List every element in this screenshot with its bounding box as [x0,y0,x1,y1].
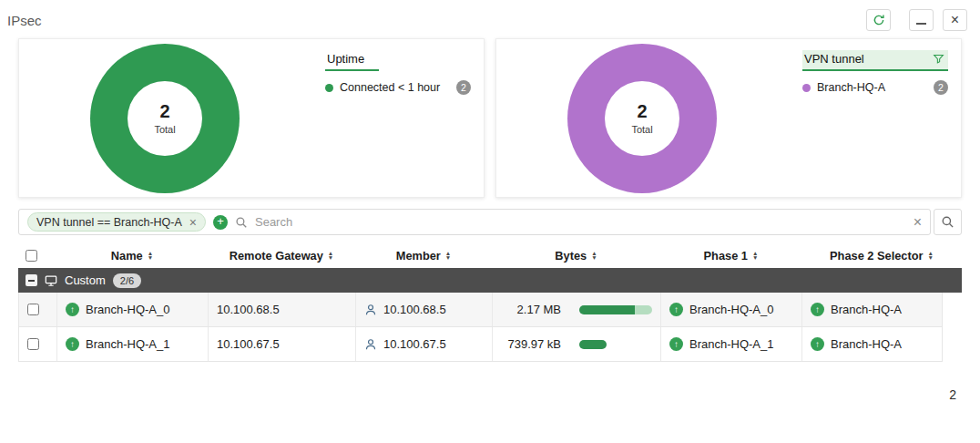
sort-icon: ▲▼ [591,251,597,261]
group-row-custom[interactable]: Custom 2/6 [18,268,962,293]
uptime-total-label: Total [154,124,175,135]
vpn-tunnel-donut-center: 2 Total [605,81,679,156]
member-cell: 10.100.67.5 [356,327,493,361]
uptime-donut: 2 Total [90,44,240,193]
vpn-tunnel-legend-title: VPN tunnel [802,50,948,71]
legend-count-badge: 2 [934,80,948,95]
refresh-icon [873,14,885,26]
search-icon [941,215,954,229]
table-body: ↑ Branch-HQ-A_0 10.100.68.5 10.100.68.5 … [18,293,943,362]
vpn-tunnel-donut: 2 Total [567,44,717,193]
row-checkbox[interactable] [27,304,39,315]
window-controls: × [866,9,967,31]
uptime-chart-card: 2 Total Uptime Connected < 1 hour 2 [18,38,485,198]
sort-icon: ▲▼ [752,251,758,261]
select-all-checkbox[interactable] [26,250,37,262]
tunnel-up-icon: ↑ [811,303,824,316]
filter-chip[interactable]: VPN tunnel == Branch-HQ-A × [27,212,206,232]
filter-funnel-icon[interactable] [933,53,944,65]
total-count: 2 [0,362,980,402]
table-header-row: Name ▲▼ Remote Gateway ▲▼ Member ▲▼ Byte… [18,242,962,268]
search-box[interactable]: VPN tunnel == Branch-HQ-A × + × [18,209,931,235]
legend-dot-icon [325,84,333,92]
remote-gateway-cell: 10.100.68.5 [209,293,356,326]
phase1-cell: ↑ Branch-HQ-A_0 [661,293,802,326]
search-submit-button[interactable] [934,209,962,235]
remote-gateway-cell: 10.100.67.5 [209,327,356,361]
sort-icon: ▲▼ [445,251,451,261]
minimize-icon [916,23,926,25]
bytes-cell: 739.97 kB [493,327,661,361]
tunnels-table: Name ▲▼ Remote Gateway ▲▼ Member ▲▼ Byte… [18,242,962,362]
group-count-badge: 2/6 [113,273,141,288]
member-user-icon [364,304,377,316]
group-label: Custom [65,273,106,287]
legend-dot-icon [802,84,811,92]
column-header-phase1[interactable]: Phase 1 ▲▼ [660,249,801,263]
filter-chip-label: VPN tunnel == Branch-HQ-A [36,216,182,229]
member-user-icon [364,338,377,351]
sort-icon: ▲▼ [328,251,333,261]
titlebar: IPsec × [0,0,980,36]
refresh-button[interactable] [866,9,891,31]
tunnel-up-icon: ↑ [66,303,79,316]
vpn-tunnel-total-value: 2 [637,101,647,122]
tunnel-name: Branch-HQ-A_1 [86,337,169,351]
phase2-selector-cell: ↑ Branch-HQ-A [802,327,942,361]
uptime-legend-title: Uptime [325,50,379,71]
clear-search-icon[interactable]: × [914,215,922,230]
collapse-group-icon[interactable] [26,274,37,286]
phase2-selector-cell: ↑ Branch-HQ-A [802,293,942,326]
add-filter-button[interactable]: + [213,215,228,230]
tunnel-name: Branch-HQ-A_0 [86,303,169,316]
search-input[interactable] [255,215,906,229]
name-cell: ↑ Branch-HQ-A_0 [57,293,209,326]
member-cell: 10.100.68.5 [356,293,493,326]
legend-item-label: Connected < 1 hour [340,81,440,94]
bytes-bar [579,305,652,314]
column-header-phase2-selector[interactable]: Phase 2 Selector ▲▼ [801,249,962,263]
phase1-cell: ↑ Branch-HQ-A_1 [661,327,802,361]
vpn-tunnel-chart-card: 2 Total VPN tunnel Branch-HQ-A 2 [495,38,962,198]
vpn-tunnel-legend-title-text: VPN tunnel [804,52,864,66]
bytes-bar [579,340,607,349]
vpn-tunnel-legend-item[interactable]: Branch-HQ-A 2 [802,80,948,95]
tunnel-up-icon: ↑ [66,337,79,351]
column-header-bytes[interactable]: Bytes ▲▼ [492,249,660,263]
vpn-tunnel-total-label: Total [631,124,652,135]
row-select-cell [19,327,57,361]
tunnel-up-icon: ↑ [669,303,683,316]
vpn-tunnel-legend: VPN tunnel Branch-HQ-A 2 [802,50,948,95]
legend-item-label: Branch-HQ-A [817,81,885,94]
uptime-legend-item[interactable]: Connected < 1 hour 2 [325,80,471,95]
sort-icon: ▲▼ [928,251,934,261]
tunnel-up-icon: ↑ [811,337,824,351]
select-all-cell [18,250,56,262]
page-title: IPsec [7,13,42,28]
uptime-donut-center: 2 Total [128,81,202,156]
column-header-name[interactable]: Name ▲▼ [56,249,208,263]
table-row[interactable]: ↑ Branch-HQ-A_0 10.100.68.5 10.100.68.5 … [18,293,943,327]
charts-section: 2 Total Uptime Connected < 1 hour 2 2 To… [0,36,980,198]
bytes-cell: 2.17 MB [493,293,661,326]
monitor-icon [45,274,57,287]
row-checkbox[interactable] [27,338,39,350]
legend-count-badge: 2 [456,80,471,95]
row-select-cell [19,293,57,326]
uptime-legend: Uptime Connected < 1 hour 2 [325,50,471,95]
table-row[interactable]: ↑ Branch-HQ-A_1 10.100.67.5 10.100.67.5 … [18,327,943,362]
sort-icon: ▲▼ [148,251,153,261]
minimize-button[interactable] [909,9,934,31]
uptime-total-value: 2 [159,101,169,122]
search-bar: VPN tunnel == Branch-HQ-A × + × [18,209,962,235]
name-cell: ↑ Branch-HQ-A_1 [57,327,209,361]
chip-remove-icon[interactable]: × [189,216,197,229]
column-header-member[interactable]: Member ▲▼ [355,249,492,263]
tunnel-up-icon: ↑ [669,337,683,351]
column-header-remote-gateway[interactable]: Remote Gateway ▲▼ [208,249,355,263]
search-icon [235,216,248,229]
close-button[interactable]: × [943,9,967,31]
close-icon: × [951,13,959,27]
